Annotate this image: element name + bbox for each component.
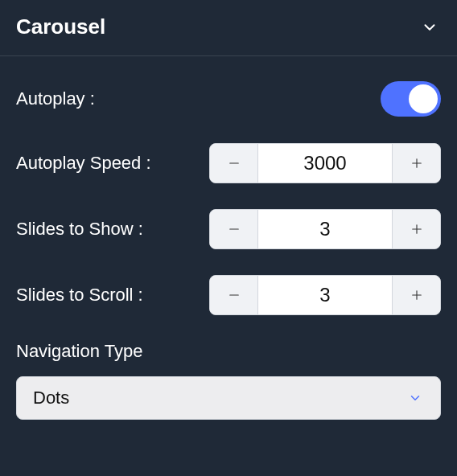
increment-button[interactable]	[392, 276, 440, 314]
navigation-type-select[interactable]: Dots	[16, 376, 441, 420]
increment-button[interactable]	[392, 210, 440, 248]
autoplay-speed-row: Autoplay Speed : 3000	[16, 143, 441, 183]
decrement-button[interactable]	[210, 144, 258, 183]
slides-to-scroll-value[interactable]: 3	[258, 276, 392, 314]
slides-to-scroll-row: Slides to Scroll : 3	[16, 275, 441, 315]
navigation-type-value: Dots	[33, 388, 69, 408]
navigation-type-label: Navigation Type	[16, 341, 441, 362]
increment-button[interactable]	[392, 144, 440, 183]
panel-title: Carousel	[16, 14, 105, 39]
slides-to-scroll-stepper: 3	[209, 275, 441, 315]
panel-header[interactable]: Carousel	[0, 0, 457, 56]
decrement-button[interactable]	[210, 276, 258, 314]
autoplay-toggle[interactable]	[381, 81, 441, 117]
autoplay-label: Autoplay :	[16, 88, 95, 109]
collapse-chevron-icon[interactable]	[418, 16, 441, 39]
slides-to-show-value[interactable]: 3	[258, 210, 392, 248]
autoplay-speed-stepper: 3000	[209, 143, 441, 183]
chevron-down-icon	[406, 389, 424, 407]
decrement-button[interactable]	[210, 210, 258, 248]
slides-to-show-row: Slides to Show : 3	[16, 209, 441, 249]
autoplay-row: Autoplay :	[16, 80, 441, 117]
slides-to-show-stepper: 3	[209, 209, 441, 249]
slides-to-scroll-label: Slides to Scroll :	[16, 285, 143, 306]
autoplay-speed-value[interactable]: 3000	[258, 144, 392, 183]
slides-to-show-label: Slides to Show :	[16, 219, 143, 240]
panel-body: Autoplay : Autoplay Speed : 3000 Slides …	[0, 56, 457, 436]
toggle-knob	[409, 84, 438, 113]
autoplay-speed-label: Autoplay Speed :	[16, 153, 151, 174]
